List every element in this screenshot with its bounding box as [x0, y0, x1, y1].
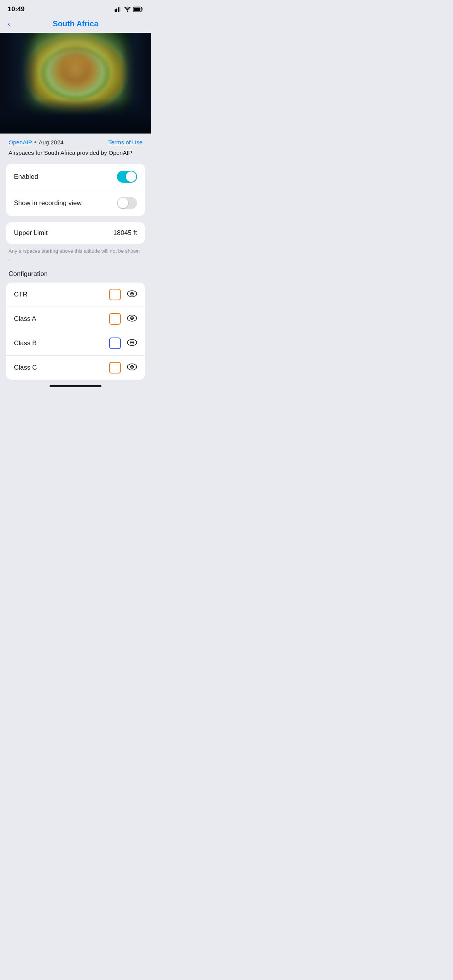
show-recording-row: Show in recording view — [6, 190, 145, 216]
altitude-note: Any airspaces starting above this altitu… — [0, 248, 151, 262]
config-label-ctr: CTR — [14, 291, 27, 298]
config-label-class-a: Class A — [14, 315, 36, 323]
config-card: CTR Class A — [6, 283, 145, 380]
config-row-ctr: CTR — [6, 283, 145, 307]
altitude-value: 18045 ft — [113, 229, 137, 237]
config-label-class-b: Class B — [14, 339, 37, 347]
map-image — [0, 33, 151, 134]
show-recording-toggle[interactable] — [117, 197, 137, 209]
battery-icon — [133, 7, 143, 12]
svg-point-17 — [131, 366, 133, 368]
enabled-toggle-thumb — [126, 171, 136, 182]
visibility-toggle-ctr[interactable] — [127, 290, 137, 299]
config-heading: Configuration — [0, 269, 151, 283]
wifi-icon — [124, 7, 131, 12]
altitude-label: Upper Limit — [14, 229, 48, 237]
visibility-toggle-class-b[interactable] — [127, 339, 137, 348]
svg-rect-5 — [134, 8, 141, 11]
svg-rect-1 — [116, 9, 117, 12]
status-time: 10:49 — [8, 5, 24, 13]
openaip-link[interactable]: OpenAIP — [9, 139, 32, 146]
source-date: Aug 2024 — [39, 139, 63, 146]
color-picker-class-b[interactable] — [109, 338, 121, 349]
color-picker-class-a[interactable] — [109, 313, 121, 325]
svg-rect-0 — [115, 9, 116, 12]
show-recording-label: Show in recording view — [14, 199, 82, 207]
back-button[interactable]: ‹ — [8, 19, 10, 28]
config-row-class-b: Class B — [6, 331, 145, 355]
home-bar — [50, 385, 101, 387]
config-label-class-c: Class C — [14, 364, 37, 372]
show-recording-toggle-thumb — [118, 198, 128, 208]
config-row-class-a: Class A — [6, 307, 145, 331]
svg-rect-3 — [119, 7, 120, 12]
info-description: Airspaces for South Africa provided by O… — [9, 149, 142, 157]
config-actions-class-c — [109, 362, 137, 373]
visibility-toggle-class-a[interactable] — [127, 315, 137, 323]
svg-rect-2 — [118, 7, 119, 12]
config-actions-class-a — [109, 313, 137, 325]
svg-point-14 — [131, 342, 133, 343]
config-row-class-c: Class C — [6, 355, 145, 380]
status-bar: 10:49 — [0, 0, 151, 16]
home-indicator — [0, 380, 151, 390]
enabled-toggle[interactable] — [117, 171, 137, 183]
source-row: OpenAIP Aug 2024 Terms of Use — [9, 139, 142, 146]
signal-icon — [115, 7, 122, 12]
terms-of-use-link[interactable]: Terms of Use — [108, 139, 142, 146]
config-actions-ctr — [109, 289, 137, 300]
color-picker-ctr[interactable] — [109, 289, 121, 300]
svg-point-8 — [131, 293, 133, 295]
enabled-row: Enabled — [6, 164, 145, 190]
source-left: OpenAIP Aug 2024 — [9, 139, 63, 146]
color-picker-class-c[interactable] — [109, 362, 121, 373]
altitude-card: Upper Limit 18045 ft — [6, 222, 145, 244]
config-actions-class-b — [109, 338, 137, 349]
dot-separator — [34, 141, 36, 143]
status-icons — [115, 7, 143, 12]
svg-point-11 — [131, 317, 133, 319]
visibility-toggle-class-c[interactable] — [127, 363, 137, 372]
nav-title: South Africa — [53, 19, 98, 28]
toggle-card: Enabled Show in recording view — [6, 164, 145, 216]
info-section: OpenAIP Aug 2024 Terms of Use Airspaces … — [0, 134, 151, 164]
enabled-label: Enabled — [14, 173, 38, 181]
